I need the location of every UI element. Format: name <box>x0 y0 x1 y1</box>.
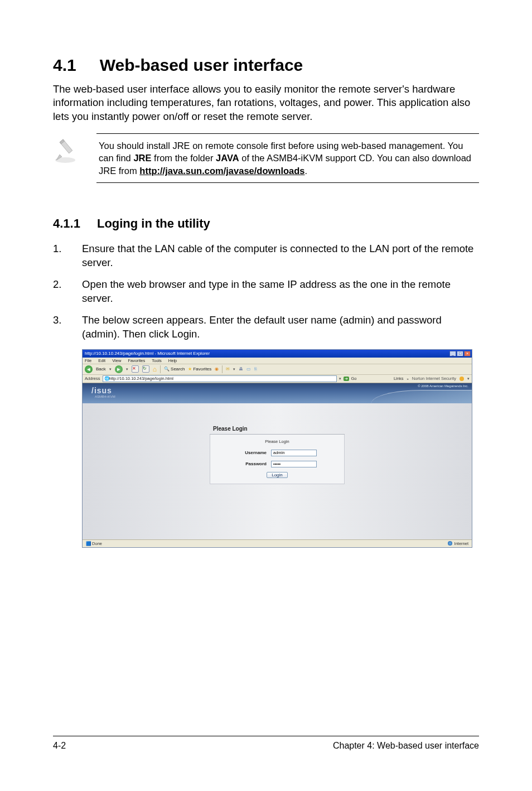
subsection-title: Loging in the utility <box>97 216 210 230</box>
back-button[interactable]: ◄ <box>85 365 93 373</box>
subsection-heading: 4.1.1Loging in the utility <box>53 216 479 231</box>
links-label[interactable]: Links <box>394 376 404 381</box>
print-icon[interactable]: 🖶 <box>239 366 243 372</box>
login-panel: Please Login Please Login Username admin… <box>210 426 345 484</box>
address-label: Address <box>85 376 100 381</box>
back-label[interactable]: Back <box>96 366 106 372</box>
ie-window: http://10.10.10.243/page/login.html - Mi… <box>82 349 472 548</box>
ie-status-bar: 🟦 Done Internet <box>83 539 472 547</box>
section-number: 4.1 <box>53 56 76 75</box>
jre-download-link[interactable]: http://java.sun.com/javase/downloads <box>139 166 304 176</box>
ie-toolbar: ◄ Back▾ ►▾ ✕ ↻ ⌂ 🔍 Search ★ Favorites ◉ … <box>83 364 472 375</box>
minimize-button[interactable]: _ <box>449 351 456 356</box>
section-title: Web-based user interface <box>100 56 303 74</box>
step-item: 3.The below screen appears. Enter the de… <box>53 313 479 341</box>
section-heading: 4.1Web-based user interface <box>53 56 479 75</box>
menu-file[interactable]: File <box>85 358 91 363</box>
banner-decoration <box>371 390 472 403</box>
norton-icon[interactable] <box>460 377 464 381</box>
chapter-label: Chapter 4: Web-based user interface <box>333 741 479 751</box>
home-button[interactable]: ⌂ <box>153 365 157 373</box>
asus-logo: /isus <box>91 386 112 395</box>
note-text: You should install JRE on remote console… <box>96 133 479 183</box>
go-button[interactable]: ➔ <box>344 377 349 381</box>
step-item: 1.Ensure that the LAN cable of the compu… <box>53 242 479 270</box>
subsection-number: 4.1.1 <box>53 216 80 231</box>
refresh-button[interactable]: ↻ <box>142 365 149 373</box>
search-button[interactable]: 🔍 Search <box>164 366 185 372</box>
norton-label[interactable]: Norton Internet Security <box>412 376 456 381</box>
username-label: Username <box>238 450 267 455</box>
menu-tools[interactable]: Tools <box>152 358 162 363</box>
login-subheader: Please Login <box>215 439 340 444</box>
edit-icon[interactable]: ▭ <box>246 366 251 372</box>
maximize-button[interactable]: □ <box>457 351 463 356</box>
login-header: Please Login <box>210 426 345 435</box>
go-label[interactable]: Go <box>351 376 357 381</box>
page-banner: /isus ASMB4-iKVM © 2008 American Megatre… <box>83 383 472 403</box>
menu-view[interactable]: View <box>112 358 121 363</box>
page-number: 4-2 <box>53 741 66 751</box>
menu-edit[interactable]: Edit <box>98 358 105 363</box>
globe-icon <box>448 541 452 546</box>
ie-menubar: File Edit View Favorites Tools Help <box>83 358 472 364</box>
stop-button[interactable]: ✕ <box>132 365 139 373</box>
history-button[interactable]: ◉ <box>215 366 219 372</box>
password-input[interactable]: ••••• <box>271 461 317 467</box>
steps-list: 1.Ensure that the LAN cable of the compu… <box>53 242 479 341</box>
username-input[interactable]: admin <box>271 450 317 456</box>
intro-paragraph: The web-based user interface allows you … <box>53 83 479 123</box>
menu-favorites[interactable]: Favorites <box>128 358 145 363</box>
favorites-button[interactable]: ★ Favorites <box>188 366 211 372</box>
page-footer: 4-2 Chapter 4: Web-based user interface <box>53 736 479 751</box>
mail-icon[interactable]: ✉ <box>226 366 230 372</box>
note-pencil-icon <box>53 133 86 167</box>
ie-window-title: http://10.10.10.243/page/login.html - Mi… <box>85 351 210 356</box>
password-label: Password <box>238 461 267 466</box>
discuss-icon[interactable]: ⎘ <box>254 366 257 372</box>
page-content: /isus ASMB4-iKVM © 2008 American Megatre… <box>83 383 472 539</box>
forward-button[interactable]: ► <box>115 365 123 373</box>
ie-address-bar: Address 🌐 http://10.10.10.243/page/login… <box>83 375 472 383</box>
product-name: ASMB4-iKVM <box>95 395 115 398</box>
note-block: You should install JRE on remote console… <box>53 133 479 183</box>
close-button[interactable]: × <box>464 351 471 356</box>
status-zone: Internet <box>448 541 468 546</box>
menu-help[interactable]: Help <box>168 358 177 363</box>
address-input[interactable]: 🌐 http://10.10.10.243/page/login.html <box>103 375 337 382</box>
status-done: 🟦 Done <box>86 541 102 546</box>
copyright-text: © 2008 American Megatrends Inc. <box>418 384 468 388</box>
step-item: 2.Open the web browser and type in the s… <box>53 278 479 306</box>
ie-titlebar: http://10.10.10.243/page/login.html - Mi… <box>83 350 472 358</box>
login-button[interactable]: Login <box>267 472 288 478</box>
